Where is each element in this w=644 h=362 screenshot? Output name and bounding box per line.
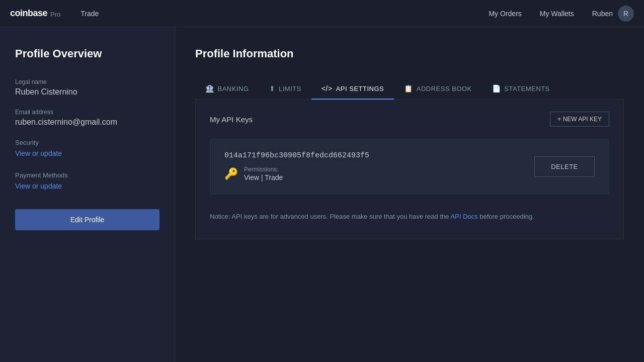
- sidebar: Profile Overview Legal name Ruben Cister…: [0, 27, 175, 362]
- legal-name-label: Legal name: [15, 78, 159, 85]
- api-section: My API Keys + NEW API KEY 014a171f96bc30…: [195, 100, 624, 239]
- nav-right: My Orders My Wallets Ruben R: [489, 6, 634, 22]
- permissions-label: Permissions:: [244, 166, 283, 173]
- api-notice: Notice: API keys are for advanced users.…: [210, 207, 609, 227]
- content-title: Profile Information: [195, 47, 624, 60]
- address-icon: 📋: [404, 84, 413, 93]
- new-api-key-button[interactable]: + NEW API KEY: [550, 112, 609, 127]
- avatar: R: [618, 6, 634, 22]
- statements-icon: 📄: [492, 84, 501, 93]
- api-section-title: My API Keys: [210, 115, 253, 124]
- tab-api-settings[interactable]: </> API SETTINGS: [311, 78, 394, 100]
- api-key-permissions: 🔑 Permissions: View | Trade: [224, 166, 369, 182]
- tab-statements[interactable]: 📄 STATEMENTS: [482, 78, 560, 100]
- tabs: 🏦 BANKING ⬆ LIMITS </> API SETTINGS 📋 AD…: [195, 78, 624, 100]
- sidebar-title: Profile Overview: [15, 47, 159, 60]
- permissions-group: Permissions: View | Trade: [244, 166, 283, 182]
- top-nav: coinbase Pro Trade My Orders My Wallets …: [0, 0, 644, 27]
- tab-api-label: API SETTINGS: [336, 85, 384, 93]
- legal-name-value: Ruben Cisternino: [15, 87, 159, 97]
- api-docs-link[interactable]: API Docs: [450, 213, 477, 220]
- edit-profile-button[interactable]: Edit Profile: [15, 209, 159, 230]
- tab-address-book[interactable]: 📋 ADDRESS BOOK: [394, 78, 482, 100]
- content-area: Profile Information 🏦 BANKING ⬆ LIMITS <…: [175, 27, 644, 362]
- tab-limits[interactable]: ⬆ LIMITS: [259, 78, 311, 100]
- nav-trade-link[interactable]: Trade: [80, 10, 99, 18]
- payment-label: Payment Methods: [15, 171, 159, 179]
- permissions-value: View | Trade: [244, 173, 283, 182]
- security-link[interactable]: View or update: [15, 149, 159, 157]
- logo: coinbase Pro: [10, 8, 60, 19]
- email-label: Email address: [15, 109, 159, 116]
- nav-user-name: Ruben: [592, 10, 613, 18]
- tab-banking[interactable]: 🏦 BANKING: [195, 78, 259, 100]
- main-layout: Profile Overview Legal name Ruben Cister…: [0, 27, 644, 362]
- payment-link[interactable]: View or update: [15, 182, 159, 190]
- nav-my-orders[interactable]: My Orders: [489, 10, 521, 18]
- notice-text-before: Notice: API keys are for advanced users.…: [210, 213, 450, 220]
- security-label: Security: [15, 139, 159, 146]
- nav-user[interactable]: Ruben R: [592, 6, 634, 22]
- api-key-info: 014a171f96bc30905f8fedcd662493f5 🔑 Permi…: [224, 151, 369, 182]
- logo-pro: Pro: [50, 11, 60, 18]
- nav-my-wallets[interactable]: My Wallets: [540, 10, 574, 18]
- notice-text-after: before proceeding.: [478, 213, 534, 220]
- email-value: ruben.cisternino@gmail.com: [15, 118, 159, 127]
- delete-key-button[interactable]: DELETE: [534, 156, 595, 177]
- api-key-card: 014a171f96bc30905f8fedcd662493f5 🔑 Permi…: [210, 139, 609, 195]
- api-icon: </>: [321, 84, 333, 93]
- api-section-header: My API Keys + NEW API KEY: [210, 112, 609, 127]
- avatar-initial: R: [623, 10, 628, 18]
- api-key-value: 014a171f96bc30905f8fedcd662493f5: [224, 151, 369, 160]
- tab-address-label: ADDRESS BOOK: [417, 85, 472, 93]
- tab-statements-label: STATEMENTS: [504, 85, 549, 93]
- tab-banking-label: BANKING: [218, 85, 249, 93]
- logo-text: coinbase: [10, 8, 47, 19]
- key-icon: 🔑: [224, 167, 238, 180]
- limits-icon: ⬆: [269, 84, 276, 93]
- tab-limits-label: LIMITS: [279, 85, 301, 93]
- banking-icon: 🏦: [205, 84, 214, 93]
